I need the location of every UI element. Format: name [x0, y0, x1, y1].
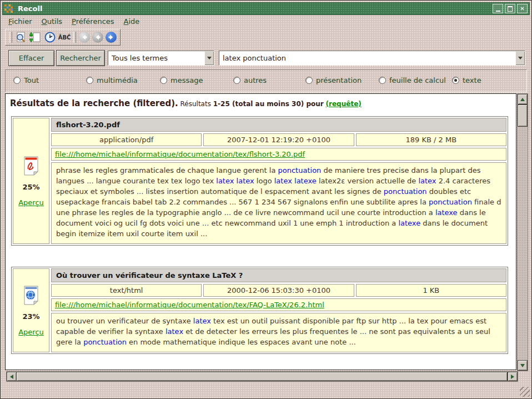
result-url-link[interactable]: file:///home/michael/informatique/docume… — [55, 150, 305, 158]
document-type-filter-group: Tout multimédia message autres présentat… — [5, 69, 527, 92]
relevance-percent: 23% — [22, 312, 39, 321]
query-combobox[interactable]: latex ponctuation — [219, 51, 525, 66]
vertical-scrollbar[interactable] — [517, 93, 528, 371]
filter-radio-texte[interactable]: texte — [452, 76, 481, 84]
radio-icon[interactable] — [233, 77, 240, 84]
toolbar-handle[interactable] — [9, 32, 12, 43]
maximize-button[interactable] — [505, 4, 515, 13]
result-snippet: phrase les regles grammaticales de chaqu… — [51, 162, 506, 244]
result-side-panel: 23% Aperçu — [13, 268, 49, 352]
result-title: Où trouver un vérificateur de syntaxe La… — [51, 268, 506, 282]
scroll-up-button[interactable] — [518, 94, 528, 104]
results-count-prefix: Résultats — [180, 100, 211, 108]
filter-label: multimédia — [97, 76, 138, 84]
search-button[interactable]: Rechercher — [56, 50, 105, 66]
arrow-down-icon — [520, 364, 525, 367]
results-range: 1-25 (total au moins 30) pour — [213, 100, 324, 108]
circle-arrow-left-icon — [94, 34, 101, 41]
sort-by-date-button[interactable] — [43, 31, 57, 44]
result-url-row: file:///home/michael/informatique/docume… — [51, 148, 506, 161]
scroll-right-button[interactable] — [508, 372, 518, 381]
arrow-up-icon — [520, 98, 525, 101]
result-mime: text/html — [51, 284, 202, 297]
radio-icon[interactable] — [13, 77, 21, 84]
result-snippet: ou trouver un verificateur de syntaxe la… — [51, 313, 506, 352]
filter-radio-autres[interactable]: autres — [233, 76, 267, 84]
horizontal-scrollbar[interactable] — [6, 371, 518, 382]
query-history-dropdown-button[interactable] — [515, 51, 525, 65]
filter-label: présentation — [316, 76, 362, 84]
radio-icon[interactable] — [305, 77, 313, 84]
preview-link[interactable]: Aperçu — [18, 328, 44, 336]
filter-label: Tout — [24, 76, 39, 84]
menubar: Fichier Outils Préférences Aide — [3, 16, 529, 27]
document-magnifier-icon — [15, 31, 27, 43]
vertical-scrollbar-thumb[interactable] — [518, 104, 528, 127]
chevron-down-icon — [207, 57, 212, 59]
toolbar-handle[interactable] — [73, 32, 76, 43]
clear-search-button[interactable] — [14, 31, 28, 44]
recoll-app-icon — [4, 4, 13, 13]
pdf-file-icon — [22, 156, 41, 176]
document-updown-arrows-icon — [29, 31, 42, 43]
preview-link[interactable]: Aperçu — [18, 198, 44, 207]
result-title: flshort-3.20.pdf — [51, 118, 506, 132]
next-page-button[interactable] — [106, 32, 117, 43]
scroll-down-button[interactable] — [518, 360, 528, 371]
radio-icon[interactable] — [379, 77, 386, 84]
clear-button[interactable]: Effacer — [8, 50, 54, 66]
query-input[interactable]: latex ponctuation — [219, 54, 515, 62]
filter-radio-multimedia[interactable]: multimédia — [86, 76, 138, 84]
close-button[interactable]: ✕ — [517, 4, 528, 13]
minimize-icon — [496, 11, 500, 12]
minimize-button[interactable] — [493, 4, 503, 13]
query-details-link[interactable]: (requête) — [326, 100, 362, 108]
filter-radio-feuille-de-calcul[interactable]: feuille de calcul — [379, 76, 446, 84]
result-main: flshort-3.20.pdf application/pdf 2007-12… — [51, 118, 506, 244]
term-explorer-button[interactable]: ÂBĈ — [57, 31, 72, 44]
result-url-link[interactable]: file:///home/michael/informatique/docume… — [55, 301, 324, 309]
radio-selected-icon[interactable] — [452, 77, 459, 84]
arrow-left-icon — [10, 375, 13, 379]
result-date: 2000-12-06 15:03:30 +0100 — [203, 284, 354, 297]
circle-arrow-right-icon — [108, 34, 114, 41]
update-index-button[interactable] — [28, 31, 43, 44]
search-button-label: Rechercher — [60, 54, 101, 62]
previous-page-button[interactable] — [92, 32, 103, 43]
filter-radio-presentation[interactable]: présentation — [305, 76, 362, 84]
abc-icon: ÂBĈ — [58, 34, 71, 41]
maximize-icon — [508, 6, 513, 12]
menu-fichier[interactable]: Fichier — [8, 17, 32, 26]
circle-arrow-left-icon — [81, 34, 88, 41]
horizontal-scrollbar-thumb[interactable] — [16, 372, 508, 381]
menu-aide[interactable]: Aide — [124, 17, 140, 26]
first-page-button[interactable] — [79, 32, 90, 43]
result-meta-row: application/pdf 2007-12-01 12:19:20 +010… — [51, 133, 506, 146]
results-list[interactable]: Résultats de la recherche (filtered). Ré… — [5, 93, 516, 370]
titlebar[interactable]: Recoll ✕ — [2, 2, 530, 15]
menu-preferences[interactable]: Préférences — [72, 17, 114, 26]
result-date: 2007-12-01 12:19:20 +0100 — [203, 133, 354, 146]
toolbar: ÂBĈ — [5, 29, 121, 46]
radio-icon[interactable] — [86, 77, 93, 84]
window-resize-grip[interactable] — [520, 387, 530, 397]
scroll-left-button[interactable] — [7, 372, 17, 381]
close-icon: ✕ — [520, 6, 524, 12]
filter-label: texte — [463, 76, 481, 84]
result-size: 189 KB / 2 MB — [356, 133, 506, 146]
filter-radio-tout[interactable]: Tout — [13, 76, 39, 84]
search-mode-value: Tous les termes — [108, 54, 204, 62]
recoll-window: Recoll ✕ Fichier Outils Préférences Aide — [0, 0, 532, 399]
window-title: Recoll — [18, 4, 493, 13]
radio-icon[interactable] — [160, 77, 167, 84]
search-mode-dropdown-button[interactable] — [204, 51, 214, 65]
clock-icon — [44, 31, 56, 43]
result-mime: application/pdf — [51, 133, 202, 146]
result-main: Où trouver un vérificateur de syntaxe La… — [51, 268, 506, 352]
chevron-down-icon — [518, 57, 523, 59]
menu-outils[interactable]: Outils — [42, 17, 63, 26]
filter-radio-message[interactable]: message — [160, 76, 203, 84]
result-url-row: file:///home/michael/informatique/docume… — [51, 298, 506, 311]
search-mode-select[interactable]: Tous les termes — [108, 51, 214, 66]
filter-label: autres — [244, 76, 267, 84]
